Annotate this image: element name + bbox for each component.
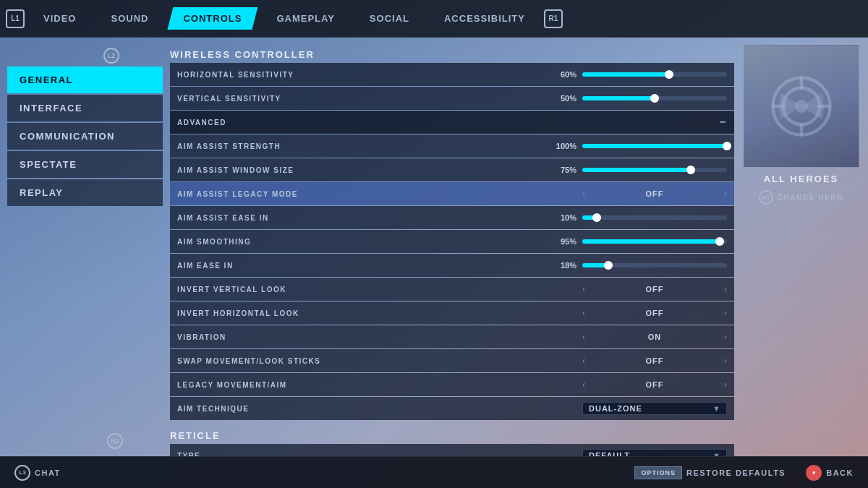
aim-assist-window-label: AIM ASSIST WINDOW SIZE — [177, 166, 539, 174]
aim-assist-window-slider[interactable] — [582, 168, 727, 172]
legacy-movement-row: LEGACY MOVEMENT/AIM ‹ OFF › — [170, 373, 734, 396]
change-hero-label: CHANGE HERO — [778, 194, 844, 202]
vibration-value: ON — [648, 333, 662, 341]
sidebar-item-replay[interactable]: REPLAY — [7, 179, 163, 206]
swap-right[interactable]: › — [724, 356, 727, 366]
aim-ease-in-row: AIM EASE IN 18% — [170, 254, 734, 277]
horizontal-sensitivity-slider[interactable] — [582, 72, 727, 77]
invert-vertical-toggle[interactable]: ‹ OFF › — [582, 284, 727, 294]
right-panel: ALL HEROES R3 CHANGE HERO — [741, 45, 861, 456]
l2-badge: L2 — [103, 48, 119, 64]
sidebar: L2 GENERAL INTERFACE COMMUNICATION SPECT… — [7, 45, 163, 456]
back-action[interactable]: ● BACK — [806, 465, 854, 481]
vibration-right[interactable]: › — [724, 332, 727, 342]
invert-vertical-row: INVERT VERTICAL LOOK ‹ OFF › — [170, 278, 734, 301]
aim-technique-value: DUAL-ZONE — [589, 404, 642, 413]
legacy-right[interactable]: › — [724, 380, 727, 390]
main-layout: L2 GENERAL INTERFACE COMMUNICATION SPECT… — [0, 38, 868, 456]
back-badge: ● — [806, 465, 822, 481]
invert-horizontal-toggle[interactable]: ‹ OFF › — [582, 308, 727, 318]
nav-video[interactable]: VIDEO — [27, 7, 92, 30]
reticle-type-arrow: ▼ — [712, 451, 720, 456]
options-badge: OPTIONS — [634, 466, 682, 479]
aim-smoothing-slider[interactable] — [582, 239, 727, 244]
nav-sound[interactable]: SOUND — [95, 7, 164, 30]
aim-assist-ease-slider[interactable] — [582, 215, 727, 220]
invert-horizontal-value: OFF — [646, 309, 664, 317]
hero-portrait — [744, 45, 859, 168]
reticle-title: RETICLE — [170, 426, 734, 444]
sidebar-item-general[interactable]: GENERAL — [7, 67, 163, 93]
reticle-type-dropdown[interactable]: DEFAULT ▼ — [582, 449, 727, 456]
vertical-sensitivity-slider[interactable] — [582, 96, 727, 100]
sidebar-item-interface[interactable]: INTERFACE — [7, 95, 163, 121]
aim-ease-in-value: 18% — [539, 261, 582, 270]
nav-social[interactable]: SOCIAL — [354, 7, 425, 30]
top-navigation: L1 VIDEO SOUND CONTROLS GAMEPLAY SOCIAL … — [0, 0, 868, 38]
horizontal-sensitivity-row: HORIZONTAL SENSITIVITY 60% — [170, 63, 734, 86]
aim-assist-strength-row: AIM ASSIST STRENGTH 100% — [170, 134, 734, 158]
l3-badge: L3 — [14, 465, 30, 481]
aim-smoothing-value: 95% — [539, 237, 582, 246]
sidebar-item-spectate[interactable]: SPECTATE — [7, 151, 163, 178]
aim-ease-in-slider[interactable] — [582, 263, 727, 267]
legacy-left[interactable]: ‹ — [582, 380, 585, 390]
aim-assist-legacy-row[interactable]: AIM ASSIST LEGACY MODE ‹ OFF › — [170, 182, 734, 205]
aim-assist-strength-slider[interactable] — [582, 144, 727, 148]
aim-smoothing-row: AIM SMOOTHING 95% — [170, 230, 734, 253]
aim-assist-ease-label: AIM ASSIST EASE IN — [177, 214, 539, 222]
reticle-type-value: DEFAULT — [589, 451, 630, 456]
r3-badge: R3 — [759, 190, 773, 205]
aim-assist-strength-value: 100% — [539, 142, 582, 150]
r2-badge: R2 — [107, 433, 123, 449]
aim-assist-ease-value: 10% — [539, 213, 582, 222]
aim-assist-legacy-toggle[interactable]: ‹ OFF › — [582, 189, 727, 199]
invert-horizontal-row: INVERT HORIZONTAL LOOK ‹ OFF › — [170, 301, 734, 325]
advanced-header-row[interactable]: ADVANCED − — [170, 111, 734, 134]
aim-technique-label: AIM TECHNIQUE — [177, 405, 582, 413]
invert-v-left[interactable]: ‹ — [582, 284, 585, 294]
sidebar-item-communication[interactable]: COMMUNICATION — [7, 123, 163, 150]
invert-vertical-label: INVERT VERTICAL LOOK — [177, 286, 582, 294]
invert-h-right[interactable]: › — [724, 308, 727, 318]
reticle-type-row: TYPE DEFAULT ▼ — [170, 444, 734, 456]
toggle-right-arrow[interactable]: › — [724, 189, 727, 199]
vertical-sensitivity-value: 50% — [539, 94, 582, 103]
wireless-title: WIRELESS CONTROLLER — [170, 45, 734, 63]
l1-badge: L1 — [6, 9, 25, 28]
legacy-movement-toggle[interactable]: ‹ OFF › — [582, 380, 727, 390]
change-hero-button[interactable]: R3 CHANGE HERO — [759, 190, 844, 205]
overwatch-logo — [769, 74, 834, 139]
vertical-sensitivity-label: VERTICAL SENSITIVITY — [177, 95, 539, 103]
aim-technique-dropdown[interactable]: DUAL-ZONE ▼ — [582, 402, 727, 415]
vibration-left[interactable]: ‹ — [582, 332, 585, 342]
wireless-section: WIRELESS CONTROLLER HORIZONTAL SENSITIVI… — [170, 45, 734, 420]
invert-h-left[interactable]: ‹ — [582, 308, 585, 318]
chat-label: CHAT — [35, 468, 61, 477]
restore-defaults-label: RESTORE DEFAULTS — [686, 468, 786, 477]
reticle-section: RETICLE TYPE DEFAULT ▼ ADVANCED + — [170, 426, 734, 456]
nav-accessibility[interactable]: ACCESSIBILITY — [428, 7, 541, 30]
swap-sticks-toggle[interactable]: ‹ OFF › — [582, 356, 727, 366]
chat-action[interactable]: L3 CHAT — [14, 465, 61, 481]
restore-defaults-action[interactable]: OPTIONS RESTORE DEFAULTS — [634, 466, 786, 479]
invert-v-right[interactable]: › — [724, 284, 727, 294]
swap-sticks-value: OFF — [646, 356, 664, 365]
nav-gameplay[interactable]: GAMEPLAY — [260, 7, 350, 30]
svg-point-2 — [795, 100, 808, 113]
nav-controls[interactable]: CONTROLS — [167, 7, 258, 30]
swap-left[interactable]: ‹ — [582, 356, 585, 366]
aim-technique-row: AIM TECHNIQUE DUAL-ZONE ▼ — [170, 397, 734, 420]
invert-horizontal-label: INVERT HORIZONTAL LOOK — [177, 309, 582, 317]
toggle-left-arrow[interactable]: ‹ — [582, 189, 585, 199]
vibration-toggle[interactable]: ‹ ON › — [582, 332, 727, 342]
advanced-label: ADVANCED − — [177, 116, 727, 129]
swap-sticks-label: SWAP MOVEMENT/LOOK STICKS — [177, 357, 582, 365]
legacy-movement-value: OFF — [646, 380, 664, 389]
r1-badge: R1 — [544, 9, 563, 28]
vertical-sensitivity-row: VERTICAL SENSITIVITY 50% — [170, 87, 734, 110]
invert-vertical-value: OFF — [646, 285, 664, 294]
aim-smoothing-label: AIM SMOOTHING — [177, 238, 539, 246]
aim-assist-window-row: AIM ASSIST WINDOW SIZE 75% — [170, 158, 734, 181]
vibration-label: VIBRATION — [177, 333, 582, 341]
